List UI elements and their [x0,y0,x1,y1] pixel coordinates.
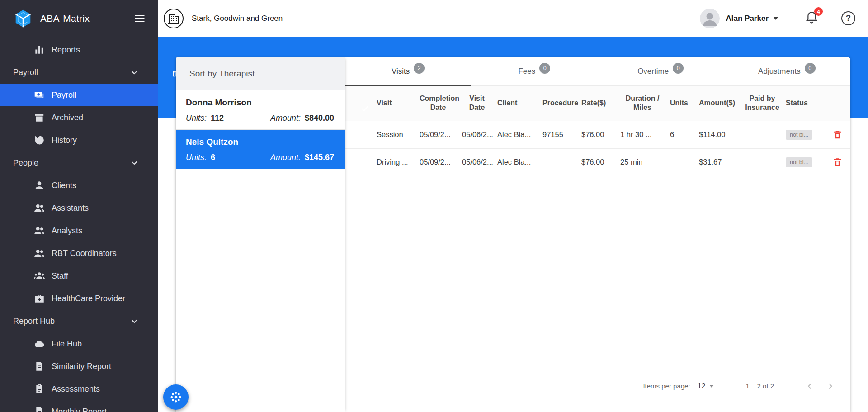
tab-count-badge: 0 [805,63,816,74]
amount-value: $840.00 [305,114,334,123]
cell-visit: Session [374,121,417,148]
cell-duration: 1 hr 30 ... [618,121,667,148]
visits-table: Visit Completion Date Visit Date Client … [345,86,850,176]
sidebar-group-payroll[interactable]: Payroll [0,61,158,84]
person-icon [33,180,45,191]
cloud-icon [33,338,45,350]
people-icon [33,247,45,259]
cell-rate: $76.00 [579,121,618,148]
dots-wheel-icon [168,389,184,405]
sidebar-item-archived[interactable]: Archived [0,106,158,129]
app-root: ABA-Matrix Reports Payroll Payroll Archi… [0,0,868,412]
sidebar-item-label: Payroll [52,90,76,100]
page-size-select[interactable]: 12 [698,382,714,390]
tab-label: Visits [392,67,410,76]
people-icon [33,202,45,214]
sidebar-item-similarity-report[interactable]: Similarity Report [0,355,158,378]
sidebar-item-rbt-coordinators[interactable]: RBT Coordinators [0,242,158,265]
tab-overtime[interactable]: Overtime 0 [598,57,724,85]
col-procedure: Procedure [540,86,579,121]
tab-visits[interactable]: Visits 2 [345,57,471,85]
col-status: Status [783,86,825,121]
sidebar-item-staff[interactable]: Staff [0,265,158,287]
sidebar-item-healthcare-provider[interactable]: HealthCare Provider [0,287,158,310]
sidebar-item-analysts[interactable]: Analysts [0,219,158,242]
cell-visit-date: 05/06/2... [459,148,495,176]
sidebar-item-reports[interactable]: Reports [0,38,158,61]
chevron-down-icon [128,315,140,327]
cell-duration: 25 min [618,148,667,176]
company-block: Stark, Goodwin and Green [163,8,283,29]
sidebar-item-label: Assessments [52,384,100,394]
status-badge: not bi... [786,157,812,167]
cell-amount: $114.00 [696,121,741,148]
sidebar-group-report-hub[interactable]: Report Hub [0,310,158,332]
cell-paid-by-insurance [741,121,783,148]
therapist-panel-header: Sort by Therapist [176,57,345,90]
units-value: 6 [211,153,215,162]
cell-visit: Driving ... [374,148,417,176]
medical-briefcase-icon [33,293,45,304]
tab-count-badge: 0 [673,63,684,74]
app-logo-icon [13,8,33,29]
hamburger-menu-icon[interactable] [133,12,146,25]
cell-procedure: 97155 [540,121,579,148]
col-rate: Rate($) [579,86,618,121]
table-row: Session 05/09/2... 05/06/2... Alec Bla..… [345,121,850,148]
table-header-row: Visit Completion Date Visit Date Client … [345,86,850,121]
document-icon [33,360,45,372]
sidebar-group-label: Report Hub [13,317,55,326]
cell-client: Alec Bla... [495,121,540,148]
sidebar-item-label: Analysts [52,226,82,236]
help-button[interactable]: ? [841,11,855,25]
tab-label: Adjustments [758,67,801,76]
sidebar-item-monthly-report[interactable]: Monthly Report [0,400,158,412]
therapist-card-selected[interactable]: Nels Quitzon Units:6 Amount:$145.67 [176,130,345,169]
col-units: Units [667,86,696,121]
col-client: Client [495,86,540,121]
payments-icon [33,89,45,101]
amount-value: $145.67 [305,153,334,162]
sidebar-item-assessments[interactable]: Assessments [0,378,158,400]
company-name: Stark, Goodwin and Green [192,14,283,23]
sidebar-item-label: Clients [52,181,76,190]
notifications-button[interactable]: 4 [805,10,819,26]
bar-chart-icon [33,44,45,56]
delete-row-button[interactable] [832,157,843,167]
cell-client: Alec Bla... [495,148,540,176]
paginator: Items per page: 12 1 – 2 of 2 [345,372,850,400]
document-icon [33,406,45,412]
chat-widget-fab[interactable] [163,384,189,410]
sidebar-item-label: HealthCare Provider [52,294,125,303]
therapist-card[interactable]: Donna Morrison Units:112 Amount:$840.00 [176,90,345,130]
clipboard-icon [33,383,45,395]
sidebar-item-clients[interactable]: Clients [0,174,158,197]
units-label: Units: [186,114,207,123]
col-duration: Duration / Miles [618,86,667,121]
sidebar-item-assistants[interactable]: Assistants [0,197,158,219]
app-name: ABA-Matrix [40,13,90,24]
sidebar-item-payroll[interactable]: Payroll [0,84,158,106]
sessions-section: Visits 2 Fees 0 Overtime 0 Adjustments 0 [345,57,850,412]
history-clock-icon [33,134,45,146]
chevron-down-icon[interactable] [773,17,778,23]
delete-row-button[interactable] [832,129,843,140]
sidebar-item-label: RBT Coordinators [52,249,117,258]
user-name[interactable]: Alan Parker [726,14,769,23]
sidebar-item-label: Staff [52,271,68,281]
avatar[interactable] [700,9,720,28]
next-page-button[interactable] [824,379,837,393]
sidebar-item-history[interactable]: History [0,129,158,152]
items-per-page-label: Items per page: [643,382,690,390]
previous-page-button[interactable] [803,379,816,393]
sidebar-item-file-hub[interactable]: File Hub [0,332,158,355]
sidebar-group-people[interactable]: People [0,152,158,174]
tab-adjustments[interactable]: Adjustments 0 [724,57,850,85]
tab-fees[interactable]: Fees 0 [471,57,597,85]
sidebar-item-label: Assistants [52,204,89,213]
sidebar-item-label: File Hub [52,339,82,349]
user-cluster: Alan Parker 4 ? [688,0,856,37]
chevron-down-icon [128,157,140,169]
col-completion-date: Completion Date [417,86,459,121]
col-paid-by-insurance: Paid by Insurance [741,86,783,121]
